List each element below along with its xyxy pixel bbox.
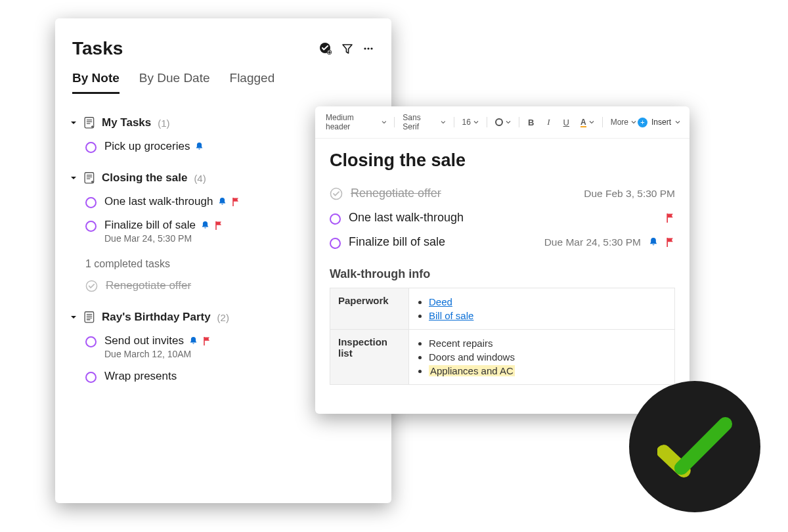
tasks-title: Tasks (72, 38, 123, 59)
style-selector[interactable]: Medium header (324, 112, 387, 133)
note-task-title: One last walk-through (349, 211, 464, 225)
bell-icon (218, 197, 227, 206)
task-due: Due March 12, 10AM (104, 349, 211, 359)
task-due: Due Mar 24, 5:30 PM (104, 233, 223, 244)
note-task-title: Renegotiate offer (351, 187, 441, 200)
tasks-header: Tasks (55, 38, 391, 64)
table-cell: Deed Bill of sale (409, 288, 675, 330)
task-checkbox[interactable] (85, 142, 97, 153)
list-item: Doors and windows (429, 350, 667, 364)
table-label: Paperwork (330, 288, 409, 330)
italic-button[interactable]: I (545, 117, 552, 127)
svg-point-2 (364, 47, 366, 49)
link-bill-of-sale[interactable]: Bill of sale (429, 310, 473, 321)
separator (487, 117, 487, 127)
tab-by-due-date[interactable]: By Due Date (139, 71, 210, 94)
separator (519, 117, 519, 127)
add-task-icon[interactable] (319, 42, 332, 55)
group-count: (2) (217, 312, 229, 323)
separator (394, 117, 395, 127)
flag-icon (203, 336, 211, 345)
style-label: Medium header (326, 113, 379, 131)
task-title: One last walk-through (104, 195, 213, 208)
table-cell: Recent repairs Doors and windows Applian… (409, 330, 675, 385)
chevron-down-icon (70, 174, 77, 182)
filter-icon[interactable] (341, 43, 353, 55)
task-title: Renegotiate offer (106, 279, 191, 292)
chevron-down-icon (675, 120, 680, 125)
note-task-row[interactable]: Renegotiate offer Due Feb 3, 5:30 PM (330, 181, 675, 206)
more-label: More (611, 118, 628, 127)
chevron-down-icon (441, 120, 446, 125)
bell-icon (201, 221, 209, 230)
task-checkbox[interactable] (85, 221, 97, 232)
check-badge (629, 381, 760, 512)
note-title: Closing the sale (330, 150, 675, 171)
group-name: Ray's Birthday Party (102, 311, 211, 324)
list-item: Recent repairs (429, 336, 667, 350)
bell-icon (195, 142, 204, 151)
note-task-row[interactable]: Finalize bill of sale Due Mar 24, 5:30 P… (330, 230, 675, 254)
task-checkbox[interactable] (85, 197, 97, 208)
font-label: Sans Serif (403, 113, 438, 131)
tab-by-note[interactable]: By Note (72, 71, 120, 94)
color-selector[interactable] (494, 117, 512, 127)
task-checkbox[interactable] (85, 372, 97, 383)
separator (602, 117, 603, 127)
checkmark-circle-icon[interactable] (330, 187, 343, 200)
task-title: Pick up groceries (104, 140, 190, 153)
group-name: Closing the sale (102, 171, 187, 185)
tab-flagged[interactable]: Flagged (230, 71, 275, 94)
chevron-down-icon (70, 313, 77, 321)
flag-icon (666, 213, 675, 223)
insert-label: Insert (651, 118, 671, 127)
size-label: 16 (462, 118, 471, 127)
note-star-icon (84, 117, 95, 129)
list-item: Bill of sale (429, 309, 667, 322)
note-task-due: Due Mar 24, 5:30 PM (544, 236, 641, 248)
task-checkbox[interactable] (330, 213, 341, 225)
font-selector[interactable]: Sans Serif (401, 112, 447, 133)
note-task-row[interactable]: One last walk-through (330, 206, 675, 230)
color-swatch-icon (495, 118, 503, 126)
chevron-down-icon (70, 119, 77, 127)
chevron-down-icon (382, 120, 387, 125)
note-body[interactable]: Closing the sale Renegotiate offer Due F… (315, 139, 690, 397)
checkmark-icon (657, 415, 733, 478)
task-checkbox[interactable] (85, 336, 97, 347)
info-table: Paperwork Deed Bill of sale Inspection l… (330, 288, 675, 385)
table-label: Inspection list (330, 330, 409, 385)
group-count: (1) (158, 118, 169, 129)
flag-icon (666, 237, 675, 247)
highlight-button[interactable]: A (579, 116, 596, 128)
tabs: By Note By Due Date Flagged (55, 64, 391, 94)
task-title: Finalize bill of sale (104, 219, 196, 232)
link-deed[interactable]: Deed (429, 296, 452, 307)
checkmark-circle-icon (85, 280, 98, 292)
bell-icon (649, 237, 658, 247)
plus-circle-icon: + (638, 118, 647, 127)
bell-icon (189, 336, 198, 345)
note-task-due: Due Feb 3, 5:30 PM (584, 188, 675, 200)
insert-button[interactable]: + Insert (638, 118, 680, 127)
underline-button[interactable]: U (561, 118, 571, 127)
separator (454, 117, 454, 127)
task-title: Wrap presents (104, 370, 177, 383)
list-item: Appliances and AC (429, 364, 667, 378)
size-selector[interactable]: 16 (461, 116, 480, 128)
chevron-down-icon (506, 120, 511, 125)
highlighted-text: Appliances and AC (429, 365, 515, 376)
section-heading: Walk-through info (330, 267, 675, 281)
chevron-down-icon (589, 120, 594, 125)
svg-point-4 (370, 47, 372, 49)
more-button[interactable]: More (609, 116, 638, 128)
svg-rect-8 (85, 312, 94, 322)
svg-point-3 (367, 47, 369, 49)
more-icon[interactable] (362, 43, 374, 55)
flag-icon (232, 197, 240, 206)
note-icon (84, 311, 95, 323)
bold-button[interactable]: B (526, 118, 536, 127)
group-name: My Tasks (102, 116, 151, 129)
note-task-title: Finalize bill of sale (349, 235, 445, 249)
task-checkbox[interactable] (330, 238, 341, 249)
